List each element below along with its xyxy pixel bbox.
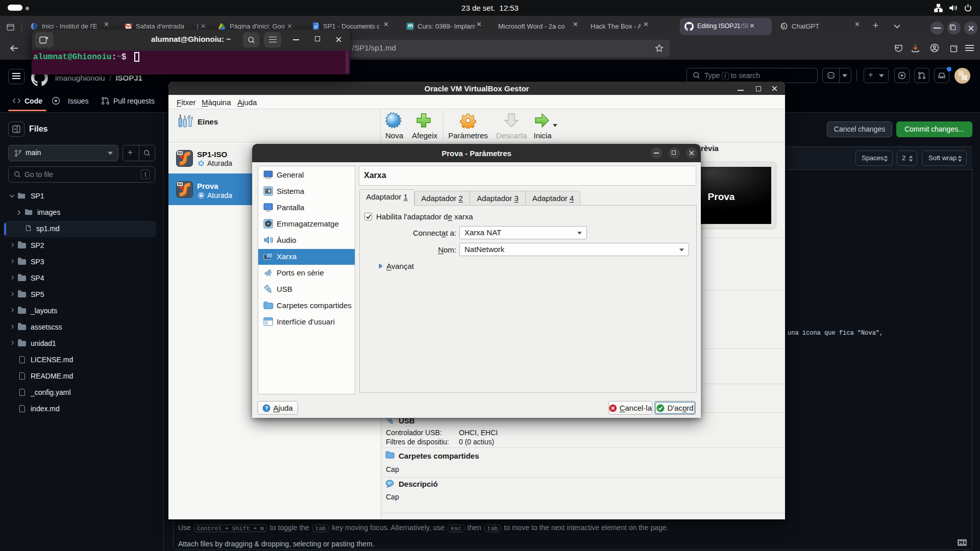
svg-text:?: ? <box>265 405 268 411</box>
svg-text:64: 64 <box>178 182 182 186</box>
svg-text:64: 64 <box>178 151 182 155</box>
